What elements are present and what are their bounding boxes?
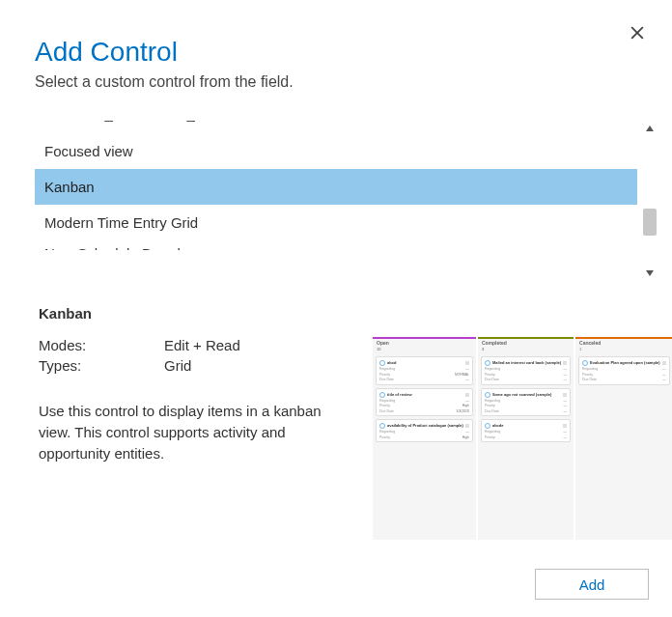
list-item[interactable]: New Schedule Board: [35, 240, 637, 250]
chevron-down-icon: [645, 268, 655, 278]
control-preview-thumbnail: Open10 abcdRegarding—PriorityNORMALDue D…: [373, 337, 633, 540]
chevron-up-icon: [645, 124, 655, 133]
detail-types-label: Types:: [39, 357, 164, 374]
detail-modes-label: Modes:: [39, 337, 164, 353]
scroll-down-button[interactable]: [641, 265, 658, 282]
dialog-header: Add Control Select a custom control from…: [0, 0, 672, 97]
detail-title: Kanban: [39, 305, 633, 322]
list-item[interactable]: Modern Time Entry Grid: [35, 205, 637, 240]
detail-description: Use this control to display items in a k…: [39, 401, 348, 463]
list-item[interactable]: FindSlots_GridControl_Name: [35, 120, 637, 133]
svg-marker-2: [646, 126, 654, 131]
list-item[interactable]: Focused view: [35, 133, 637, 169]
detail-types-value: Grid: [164, 357, 191, 374]
close-button[interactable]: [628, 23, 647, 42]
control-detail: Kanban Modes: Edit + Read Types: Grid Us…: [39, 305, 633, 540]
add-control-dialog: Add Control Select a custom control from…: [0, 0, 672, 617]
svg-marker-3: [646, 270, 654, 276]
dialog-footer: Add: [535, 569, 649, 600]
list-scrollbar: [641, 120, 658, 282]
detail-types-row: Types: Grid: [39, 357, 350, 374]
scroll-up-button[interactable]: [641, 120, 658, 137]
control-list-viewport[interactable]: FindSlots_GridControl_Name Focused view …: [35, 120, 637, 282]
detail-modes-value: Edit + Read: [164, 337, 240, 353]
scroll-track[interactable]: [641, 137, 658, 265]
control-list: FindSlots_GridControl_Name Focused view …: [35, 120, 637, 282]
scroll-thumb[interactable]: [643, 209, 657, 236]
close-icon: [628, 23, 647, 42]
detail-modes-row: Modes: Edit + Read: [39, 337, 350, 353]
dialog-title: Add Control: [35, 37, 637, 68]
list-item-selected[interactable]: Kanban: [35, 169, 637, 205]
add-button[interactable]: Add: [535, 569, 649, 600]
dialog-subtitle: Select a custom control from the field.: [35, 73, 637, 91]
